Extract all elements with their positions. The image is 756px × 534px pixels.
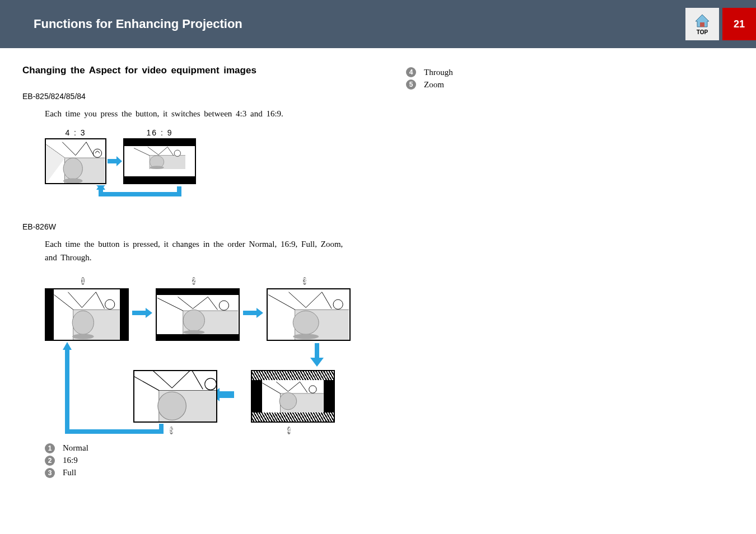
- svg-point-31: [293, 334, 319, 339]
- svg-point-13: [174, 150, 180, 156]
- ratio-label-16-9: 16 : 9: [123, 128, 196, 137]
- marker-5: 5: [170, 427, 174, 434]
- svg-marker-33: [310, 343, 324, 367]
- room-image: [157, 289, 239, 340]
- legend-marker-1: 1: [45, 443, 55, 453]
- room-image: [133, 370, 217, 423]
- svg-marker-21: [132, 308, 152, 318]
- legend-marker-3: 3: [45, 468, 55, 478]
- diagram-five-modes: 1: [45, 275, 356, 435]
- room-image: [124, 146, 195, 179]
- legend-right: 4 Through 5 Zoom: [406, 67, 722, 90]
- ratio-label-4-3: 4 : 3: [45, 128, 106, 137]
- arrow-right-icon: [131, 307, 153, 319]
- svg-point-43: [309, 386, 316, 393]
- svg-marker-8: [108, 156, 122, 166]
- legend-label: Through: [424, 68, 453, 77]
- svg-point-19: [72, 334, 94, 339]
- header-right: TOP 21: [680, 8, 756, 40]
- page-number: 21: [722, 8, 756, 40]
- svg-point-24: [183, 310, 204, 331]
- legend-item-1: 1 Normal: [45, 443, 356, 453]
- legend-marker-5: 5: [406, 79, 416, 90]
- left-column: Changing the Aspect for video equipment …: [22, 65, 372, 480]
- svg-point-42: [279, 392, 297, 410]
- legend-item-2: 2 16:9: [45, 456, 356, 466]
- top-label: TOP: [697, 29, 708, 35]
- screen-normal: [45, 288, 129, 341]
- marker-2: 2: [192, 277, 196, 285]
- svg-point-20: [105, 299, 115, 309]
- arrow-right-icon: [106, 155, 123, 167]
- screen-16-9: [123, 138, 196, 184]
- arrow-right-icon: [242, 307, 264, 319]
- screen-zoom: [133, 370, 217, 423]
- diagram-4-3-16-9: 4 : 3 16 : 9: [45, 128, 356, 205]
- model2-body: Each time the button is pressed, it chan…: [45, 238, 350, 264]
- screen-16-9-mode: [156, 288, 240, 341]
- svg-marker-27: [243, 308, 263, 318]
- svg-point-5: [63, 158, 82, 180]
- room-image: [46, 139, 105, 183]
- svg-point-12: [150, 166, 164, 170]
- top-nav-button[interactable]: TOP: [685, 8, 719, 40]
- legend-label: Full: [63, 468, 76, 477]
- svg-point-7: [93, 149, 101, 157]
- svg-point-38: [158, 392, 186, 420]
- svg-point-39: [205, 378, 217, 390]
- legend-label: 16:9: [63, 456, 78, 465]
- model1-heading: EB-825/824/85/84: [22, 92, 356, 101]
- room-image: [268, 289, 349, 340]
- section-title: Changing the Aspect for video equipment …: [22, 65, 356, 76]
- legend-item-4: 4 Through: [406, 67, 722, 77]
- marker-1: 1: [81, 277, 85, 285]
- legend-left: 1 Normal 2 16:9 3 Full: [45, 443, 356, 478]
- screen-full: [267, 288, 351, 341]
- header-title: Functions for Enhancing Projection: [34, 17, 242, 31]
- marker-4: 4: [287, 427, 291, 434]
- legend-label: Normal: [63, 443, 88, 453]
- svg-point-18: [72, 311, 94, 334]
- legend-marker-2: 2: [45, 456, 55, 466]
- svg-point-30: [293, 311, 319, 334]
- cycle-arrow-icon: [67, 185, 196, 203]
- header-bar: Functions for Enhancing Projection TOP 2…: [0, 0, 756, 48]
- room-image: [46, 289, 128, 340]
- model2-heading: EB-826W: [22, 222, 356, 231]
- screen-through: [251, 370, 335, 423]
- marker-3: 3: [303, 277, 307, 285]
- legend-item-3: 3 Full: [45, 468, 356, 478]
- svg-point-32: [333, 299, 343, 309]
- screen-4-3: [45, 138, 106, 184]
- svg-marker-35: [63, 342, 72, 350]
- content: Changing the Aspect for video equipment …: [0, 48, 756, 480]
- svg-point-26: [219, 301, 228, 310]
- home-icon: [694, 13, 711, 29]
- svg-rect-1: [700, 22, 704, 27]
- model1-body: Each time you press the button, it switc…: [45, 107, 350, 120]
- legend-label: Zoom: [424, 80, 444, 90]
- legend-item-5: 5 Zoom: [406, 79, 722, 90]
- legend-marker-4: 4: [406, 67, 416, 77]
- right-column: 4 Through 5 Zoom: [372, 65, 722, 480]
